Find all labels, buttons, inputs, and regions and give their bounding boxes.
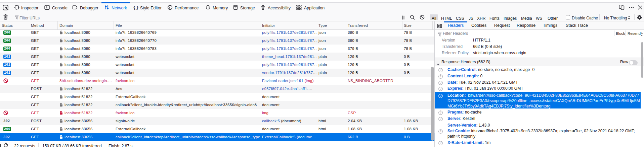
- svg-text:?: ?: [440, 130, 441, 133]
- svg-text:?: ?: [440, 94, 441, 97]
- svg-text:?: ?: [440, 68, 441, 72]
- svg-text:?: ?: [440, 117, 441, 121]
- svg-text:}: }: [136, 5, 138, 10]
- svg-text:?: ?: [440, 75, 441, 78]
- svg-text:{: {: [134, 5, 135, 10]
- svg-text:?: ?: [440, 81, 441, 84]
- svg-text:?: ?: [440, 141, 441, 145]
- svg-text:?: ?: [440, 111, 441, 114]
- svg-text:?: ?: [440, 87, 441, 90]
